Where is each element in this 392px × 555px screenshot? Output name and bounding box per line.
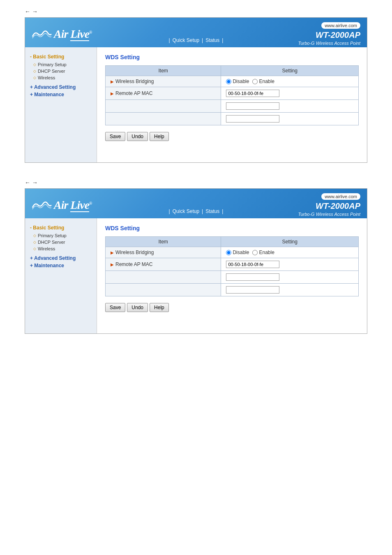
triangle-icon-2: ▶ [111, 91, 114, 96]
content-wrapper-2: - Basic Setting ◇ Primary Setup ◇ DHCP S… [25, 218, 367, 333]
mac-input-3-2[interactable] [226, 286, 279, 294]
back-button-1[interactable]: ← [25, 8, 30, 15]
section-title-2: WDS Setting [105, 225, 359, 231]
nav-separator3-1: | [222, 37, 223, 43]
mac-input-2-1[interactable] [226, 102, 279, 110]
col-item-header-2: Item [106, 237, 221, 247]
diamond-icon-2: ◇ [33, 69, 36, 73]
undo-button-1[interactable]: Undo [127, 132, 148, 141]
radio-disable-text-2: Disable [233, 250, 249, 255]
sidebar-item-primary-setup-2[interactable]: ◇ Primary Setup [30, 232, 92, 239]
button-row-2: Save Undo Help [105, 303, 359, 312]
radio-disable-label-1[interactable]: Disable [226, 79, 249, 84]
sidebar-item-dhcp-server-1[interactable]: ◇ DHCP Server [30, 68, 92, 74]
sidebar-item-dhcp-server-2[interactable]: ◇ DHCP Server [30, 239, 92, 245]
quick-setup-link-1[interactable]: Quick Setup [170, 37, 202, 43]
sidebar-primary-setup-label-1: Primary Setup [38, 62, 67, 67]
header-model-2: WT-2000AP [298, 201, 361, 211]
diamond-icon-1: ◇ [33, 62, 36, 67]
mac-input-3-1[interactable] [226, 115, 279, 123]
row-setting-remote-ap-mac-1 [221, 87, 359, 100]
radio-group-wireless-bridging-1: Disable Enable [226, 79, 353, 84]
col-setting-header-2: Setting [221, 237, 359, 247]
forward-button-1[interactable]: → [32, 8, 38, 15]
row-setting-extra1-1 [221, 100, 359, 113]
sidebar-item-wireless-1[interactable]: ◇ Wireless [30, 74, 92, 81]
mac-input-1-1[interactable] [226, 90, 279, 97]
sidebar-dhcp-server-label-1: DHCP Server [38, 69, 65, 74]
row-label-extra2-1 [106, 113, 221, 125]
content-wrapper-1: - Basic Setting ◇ Primary Setup ◇ DHCP S… [25, 47, 367, 162]
button-row-1: Save Undo Help [105, 132, 359, 141]
mac-input-1-2[interactable] [226, 261, 279, 268]
nav-arrows-1: ← → [25, 8, 367, 15]
row-setting-extra2-2 [221, 284, 359, 296]
triangle-icon-3: ▶ [111, 250, 114, 255]
radio-disable-label-2[interactable]: Disable [226, 250, 249, 255]
help-button-2[interactable]: Help [150, 303, 169, 312]
sidebar-2: - Basic Setting ◇ Primary Setup ◇ DHCP S… [25, 218, 97, 333]
mac-input-2-2[interactable] [226, 273, 279, 281]
header-subtitle-2: Turbo-G Wireless Access Point [298, 211, 361, 217]
row-setting-extra1-2 [221, 271, 359, 284]
help-button-1[interactable]: Help [150, 132, 169, 141]
nav-separator3-2: | [222, 208, 223, 214]
col-setting-header-1: Setting [221, 66, 359, 76]
sidebar-basic-setting-1[interactable]: - Basic Setting [30, 54, 92, 60]
header-url-2: www.airlive.com [321, 193, 360, 200]
sidebar-maintenance-1[interactable]: + Maintenance [30, 92, 92, 97]
undo-button-2[interactable]: Undo [127, 303, 148, 312]
row-label-wireless-bridging-2: ▶ Wireless Bridging [106, 247, 221, 258]
radio-enable-1[interactable] [252, 79, 258, 84]
diamond-icon-5: ◇ [33, 240, 36, 244]
status-link-1[interactable]: Status [203, 37, 222, 43]
main-content-2: WDS Setting Item Setting [97, 218, 367, 333]
status-link-2[interactable]: Status [203, 208, 222, 214]
header-1: Air Live® | Quick Setup | Status | www.a… [25, 18, 367, 47]
sidebar-item-primary-setup-1[interactable]: ◇ Primary Setup [30, 61, 92, 68]
table-row-wireless-bridging-1: ▶ Wireless Bridging Disable [106, 76, 359, 87]
logo-text-1: Air Live® [54, 28, 92, 41]
radio-disable-1[interactable] [226, 79, 231, 84]
table-row-remote-ap-mac-1: ▶ Remote AP MAC [106, 87, 359, 100]
logo-area-1: Air Live® [32, 28, 92, 41]
radio-enable-label-2[interactable]: Enable [252, 250, 274, 255]
quick-setup-link-2[interactable]: Quick Setup [170, 208, 202, 214]
header-nav-2: | Quick Setup | Status | [169, 208, 224, 214]
row-label-remote-ap-mac-1: ▶ Remote AP MAC [106, 87, 221, 100]
sidebar-item-wireless-2[interactable]: ◇ Wireless [30, 245, 92, 252]
back-button-2[interactable]: ← [25, 179, 30, 186]
row-label-extra1-2 [106, 271, 221, 284]
sidebar-wireless-label-1: Wireless [38, 75, 55, 80]
radio-group-wireless-bridging-2: Disable Enable [226, 250, 353, 255]
sidebar-basic-setting-2[interactable]: - Basic Setting [30, 225, 92, 231]
row-setting-remote-ap-mac-2 [221, 258, 359, 271]
forward-button-2[interactable]: → [32, 179, 38, 186]
sidebar-advanced-setting-1[interactable]: + Advanced Setting [30, 84, 92, 90]
logo-wave-icon-1 [32, 28, 52, 40]
diamond-icon-3: ◇ [33, 76, 36, 80]
logo-area-2: Air Live® [32, 199, 92, 212]
diamond-icon-4: ◇ [33, 234, 36, 238]
row-label-wireless-bridging-1: ▶ Wireless Bridging [106, 76, 221, 87]
table-row-remote-ap-mac-2: ▶ Remote AP MAC [106, 258, 359, 271]
table-row-extra2-1 [106, 113, 359, 125]
sidebar-primary-setup-label-2: Primary Setup [38, 233, 67, 238]
radio-enable-2[interactable] [252, 250, 258, 255]
table-row-extra1-1 [106, 100, 359, 113]
row-label-extra1-1 [106, 100, 221, 113]
sidebar-maintenance-2[interactable]: + Maintenance [30, 263, 92, 268]
save-button-2[interactable]: Save [105, 303, 125, 312]
header-right-2: www.airlive.com WT-2000AP Turbo-G Wirele… [298, 193, 361, 217]
browser-frame-2: Air Live® | Quick Setup | Status | www.a… [25, 188, 367, 334]
header-model-1: WT-2000AP [298, 30, 361, 40]
radio-enable-label-1[interactable]: Enable [252, 79, 274, 84]
logo-wave-icon-2 [32, 199, 52, 211]
radio-disable-2[interactable] [226, 250, 231, 255]
row-label-extra2-2 [106, 284, 221, 296]
sidebar-advanced-setting-2[interactable]: + Advanced Setting [30, 255, 92, 261]
header-url-1: www.airlive.com [321, 22, 360, 29]
triangle-icon-4: ▶ [111, 262, 114, 267]
header-nav-1: | Quick Setup | Status | [169, 37, 224, 43]
save-button-1[interactable]: Save [105, 132, 125, 141]
